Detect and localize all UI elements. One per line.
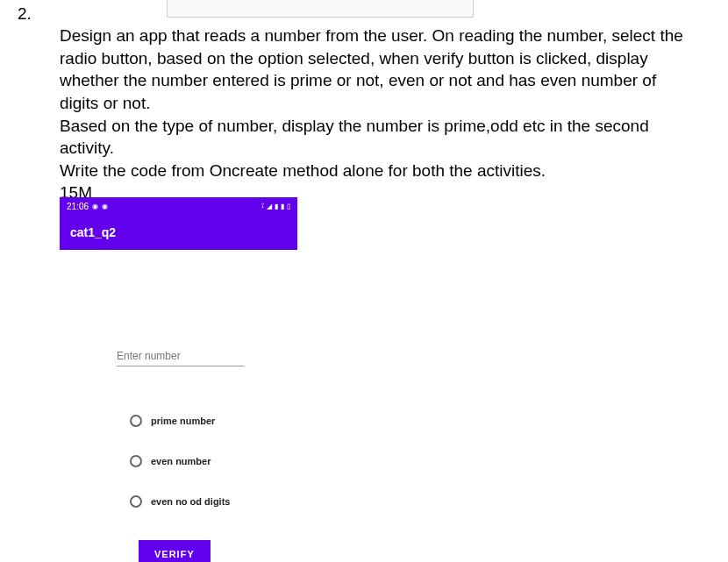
radio-prime-label: prime number [151,416,215,426]
app-body: prime number even number even no od digi… [60,250,297,562]
status-icon-1: ◉ [92,203,98,210]
status-right: ⟟ ◢ ▮ ▮ ▯ [261,202,290,210]
verify-button[interactable]: VERIFY [139,540,211,562]
question-line-2: radio button, based on the option select… [60,47,717,70]
radio-even-digits[interactable]: even no od digits [130,495,297,508]
status-bar: 21:06 ◉ ◉ ⟟ ◢ ▮ ▮ ▯ [60,197,297,215]
wifi-icon: ◢ [267,203,272,210]
radio-prime[interactable]: prime number [130,415,297,427]
question-line-1: Design an app that reads a number from t… [60,25,717,47]
question-number: 2. [18,4,32,24]
app-title: cat1_q2 [70,225,116,239]
radio-even-digits-label: even no od digits [151,496,230,507]
signal-icon-1: ▮ [275,203,278,210]
status-icon-2: ◉ [102,203,108,210]
status-time: 21:06 [67,202,89,211]
volte-icon: ⟟ [261,202,264,210]
input-area [117,346,244,366]
radio-group: prime number even number even no od digi… [130,415,297,508]
question-line-3: whether the number entered is prime or n… [60,69,717,92]
status-left: 21:06 ◉ ◉ [67,202,108,211]
radio-even-label: even number [151,456,211,466]
question-line-5: Based on the type of number, display the… [60,115,717,138]
radio-circle-icon [130,455,142,467]
question-line-6: activity. [60,137,717,160]
radio-circle-icon [130,415,142,427]
battery-icon: ▯ [287,203,290,210]
phone-screenshot: 21:06 ◉ ◉ ⟟ ◢ ▮ ▮ ▯ cat1_q2 prime number… [60,197,297,562]
partial-input-box [167,0,474,18]
signal-icon-2: ▮ [281,203,284,210]
question-text-block: Design an app that reads a number from t… [60,25,717,204]
radio-circle-icon [130,495,142,508]
question-line-4: digits or not. [60,92,717,115]
question-line-7: Write the code from Oncreate method alon… [60,160,717,182]
number-input[interactable] [117,346,244,366]
radio-even[interactable]: even number [130,455,297,467]
app-bar: cat1_q2 [60,215,297,250]
